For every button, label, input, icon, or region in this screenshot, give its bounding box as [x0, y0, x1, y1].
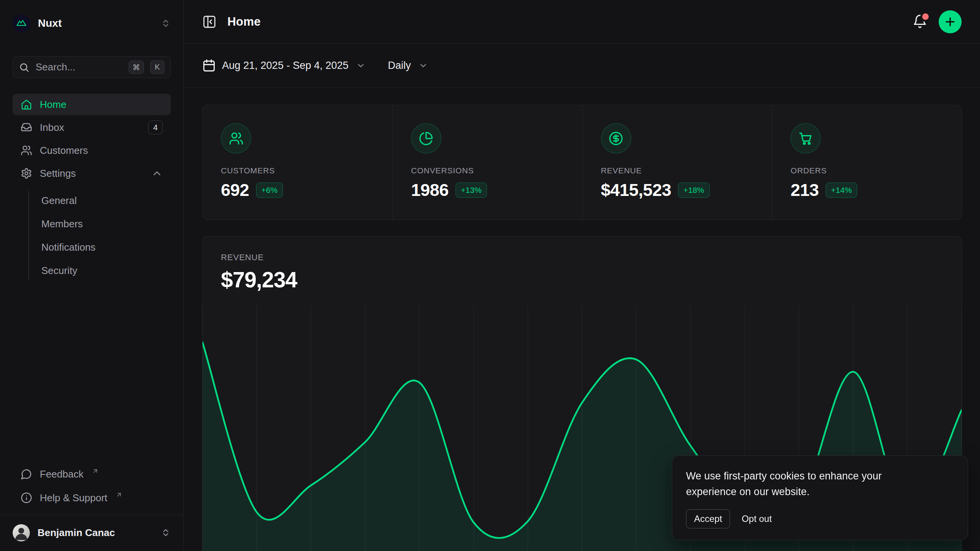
user-name: Benjamin Canac [38, 527, 115, 539]
revenue-head: REVENUE $79,234 [203, 236, 962, 292]
stat-value-row: $415,523+18% [601, 180, 754, 200]
users-icon [21, 145, 32, 156]
sidebar-item-inbox[interactable]: Inbox4 [13, 117, 171, 138]
message-circle-icon [21, 468, 32, 480]
stat-delta-badge: +13% [456, 183, 487, 198]
sidebar-content: Nuxt ⌘ K HomeInbox4CustomersSettingsGene… [0, 0, 183, 515]
revenue-label: REVENUE [221, 253, 943, 262]
arrow-up-right-icon [92, 468, 99, 474]
sidebar-item-label: Settings [40, 168, 76, 179]
person-silhouette-icon [13, 524, 30, 541]
cookie-actions: Accept Opt out [686, 509, 954, 528]
chevron-down-icon [418, 61, 428, 70]
stat-label: REVENUE [601, 166, 754, 175]
stat-card-customers: CUSTOMERS692+6% [203, 105, 392, 220]
stat-icon-badge [221, 123, 251, 153]
cookie-message: We use first-party cookies to enhance yo… [686, 468, 931, 500]
sidebar-link-help-support[interactable]: Help & Support [13, 487, 171, 509]
accept-button[interactable]: Accept [686, 509, 730, 528]
stat-card-conversions: CONVERSIONS1986+13% [392, 105, 582, 220]
sidebar-link-feedback[interactable]: Feedback [13, 463, 171, 485]
chevrons-up-down-icon [161, 528, 171, 538]
inbox-count-badge: 4 [148, 121, 163, 134]
stat-delta-badge: +18% [678, 183, 709, 198]
nuxt-mountains-icon [16, 18, 27, 29]
chevrons-up-down-icon [161, 18, 171, 28]
stat-value: 1986 [411, 180, 449, 200]
search-input[interactable] [36, 61, 122, 73]
shopping-cart-icon [799, 131, 813, 146]
inbox-icon [21, 122, 32, 133]
stat-value-row: 1986+13% [411, 180, 564, 200]
stat-card-orders: ORDERS213+14% [772, 105, 962, 220]
header-left: Home [202, 15, 261, 29]
stat-value-row: 213+14% [791, 180, 943, 200]
sidebar-item-label: Customers [40, 145, 88, 156]
chart-pie-icon [419, 131, 433, 146]
footer-link-label: Help & Support [40, 492, 107, 504]
settings-icon [21, 168, 32, 179]
stat-icon-badge [791, 123, 821, 153]
panel-left-close-icon [202, 15, 217, 29]
sidebar-spacer [13, 280, 171, 463]
stat-card-revenue: REVENUE$415,523+18% [582, 105, 772, 220]
search-box[interactable]: ⌘ K [13, 56, 171, 78]
sidebar-nav: HomeInbox4CustomersSettingsGeneralMember… [13, 94, 171, 280]
sidebar-item-settings[interactable]: Settings [13, 163, 171, 184]
search-icon [19, 62, 29, 73]
stat-delta-badge: +14% [826, 183, 857, 198]
sidebar-item-home[interactable]: Home [13, 94, 171, 115]
stat-value: $415,523 [601, 180, 671, 200]
sidebar-item-label: Home [40, 99, 66, 111]
stat-value-row: 692+6% [221, 180, 374, 200]
page-title: Home [227, 15, 261, 29]
notifications-button[interactable] [912, 14, 928, 30]
sidebar-item-label: Inbox [40, 122, 64, 134]
date-range-label: Aug 21, 2025 - Sep 4, 2025 [222, 60, 348, 72]
circle-dollar-sign-icon [609, 131, 623, 146]
nuxt-logo [13, 15, 30, 32]
granularity-label: Daily [388, 60, 411, 72]
header-right [912, 10, 962, 33]
opt-out-button[interactable]: Opt out [742, 514, 772, 524]
calendar-icon [202, 59, 216, 72]
stat-label: ORDERS [791, 166, 943, 175]
collapse-sidebar-button[interactable] [202, 15, 217, 29]
sidebar-subitem-notifications[interactable]: Notifications [29, 238, 171, 257]
user-menu[interactable]: Benjamin Canac [13, 520, 171, 545]
stat-icon-badge [601, 123, 631, 153]
sidebar-subitem-security[interactable]: Security [29, 261, 171, 280]
chevron-up-icon [151, 168, 163, 179]
date-range-picker[interactable]: Aug 21, 2025 - Sep 4, 2025 [202, 59, 366, 72]
stats-row: CUSTOMERS692+6%CONVERSIONS1986+13%REVENU… [202, 105, 962, 220]
toolbar: Aug 21, 2025 - Sep 4, 2025 Daily [184, 44, 980, 88]
settings-subnav: GeneralMembersNotificationsSecurity [28, 191, 171, 280]
stat-label: CUSTOMERS [221, 166, 374, 175]
info-icon [21, 492, 32, 504]
revenue-value: $79,234 [221, 267, 943, 292]
users-icon [229, 131, 243, 146]
plus-icon [944, 15, 957, 28]
stat-icon-badge [411, 123, 441, 153]
notification-dot [922, 13, 929, 20]
stat-delta-badge: +6% [256, 183, 283, 198]
sidebar-subitem-members[interactable]: Members [29, 214, 171, 233]
sidebar-footer: FeedbackHelp & Support [13, 463, 171, 509]
granularity-select[interactable]: Daily [388, 60, 428, 72]
stat-label: CONVERSIONS [411, 166, 564, 175]
arrow-up-right-icon [116, 491, 122, 498]
sidebar: Nuxt ⌘ K HomeInbox4CustomersSettingsGene… [0, 0, 184, 551]
top-header: Home [184, 0, 980, 44]
sidebar-subitem-general[interactable]: General [29, 191, 171, 210]
chevron-down-icon [356, 61, 366, 70]
kbd-k: K [150, 60, 165, 74]
add-button[interactable] [939, 10, 962, 33]
cookie-banner: We use first-party cookies to enhance yo… [672, 455, 968, 540]
house-icon [21, 99, 32, 110]
team-switcher[interactable]: Nuxt [13, 14, 171, 33]
user-section: Benjamin Canac [0, 515, 183, 551]
sidebar-item-customers[interactable]: Customers [13, 140, 171, 161]
stat-value: 213 [791, 180, 819, 200]
footer-link-label: Feedback [40, 468, 83, 480]
stat-value: 692 [221, 180, 249, 200]
